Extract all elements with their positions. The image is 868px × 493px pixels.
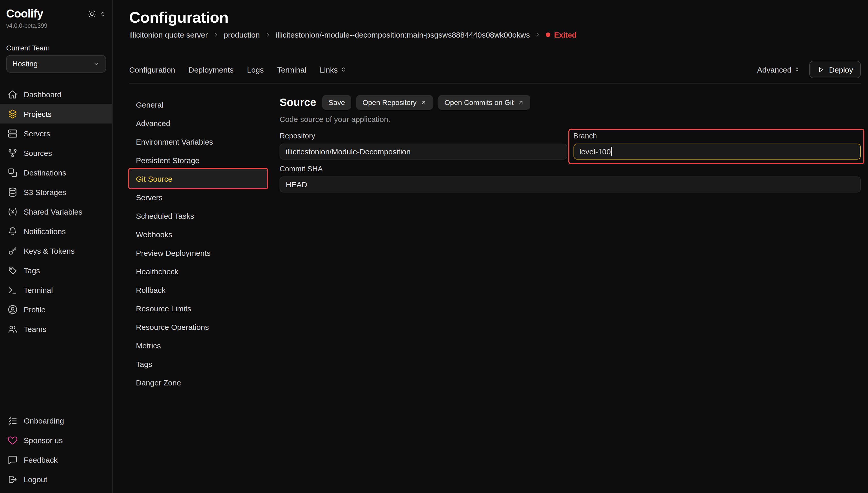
subnav-label: Danger Zone: [136, 378, 181, 387]
home-icon: [7, 89, 18, 100]
sidebar-item-s3-storages[interactable]: S3 Storages: [0, 182, 112, 202]
sidebar-item-label: Destinations: [24, 168, 66, 177]
sidebar-item-destinations[interactable]: Destinations: [0, 163, 112, 182]
sidebar-item-feedback[interactable]: Feedback: [0, 450, 112, 469]
sidebar-item-label: Shared Variables: [24, 207, 82, 216]
breadcrumb-application[interactable]: illicitestonion/-module--decomposition:m…: [276, 30, 530, 39]
subnav-item-preview-deployments[interactable]: Preview Deployments: [129, 243, 267, 262]
repository-field: Repository: [279, 132, 567, 159]
subnav-item-healthcheck[interactable]: Healthcheck: [129, 262, 267, 280]
subnav-item-environment-variables[interactable]: Environment Variables: [129, 132, 267, 151]
terminal-icon: [7, 284, 18, 295]
advanced-menu[interactable]: Advanced: [757, 65, 800, 74]
subnav-label: Git Source: [136, 174, 172, 183]
sidebar-item-logout[interactable]: Logout: [0, 469, 112, 489]
sidebar-item-label: Teams: [24, 324, 46, 333]
app-root: Coolify v4.0.0-beta.399 Current Team Hos…: [0, 0, 868, 493]
sidebar-item-label: Terminal: [24, 285, 53, 294]
sidebar-item-label: Feedback: [24, 455, 58, 464]
status-dot-icon: [546, 33, 550, 37]
sidebar-item-projects[interactable]: Projects: [0, 104, 112, 124]
breadcrumb-project[interactable]: illicitonion quote server: [129, 30, 208, 39]
subnav-item-servers[interactable]: Servers: [129, 188, 267, 206]
tab-terminal[interactable]: Terminal: [277, 65, 306, 74]
team-select[interactable]: Hosting: [6, 55, 106, 72]
sidebar-item-teams[interactable]: Teams: [0, 319, 112, 339]
repository-input[interactable]: [279, 144, 567, 159]
status-badge: Exited: [546, 30, 576, 39]
branch-label: Branch: [573, 132, 861, 140]
subnav-item-tags[interactable]: Tags: [129, 355, 267, 373]
sidebar-item-servers[interactable]: Servers: [0, 124, 112, 143]
tab-deployments[interactable]: Deployments: [188, 65, 233, 74]
breadcrumb-environment[interactable]: production: [224, 30, 260, 39]
commit-sha-label: Commit SHA: [279, 165, 861, 173]
subnav-item-git-source[interactable]: Git Source: [129, 169, 267, 188]
config-subnav: General Advanced Environment Variables P…: [129, 95, 267, 392]
sidebar-item-label: Tags: [24, 266, 40, 275]
section-description: Code source of your application.: [279, 115, 861, 124]
subnav-label: Environment Variables: [136, 137, 213, 146]
external-link-icon: [517, 99, 524, 106]
commit-sha-input[interactable]: [279, 176, 861, 192]
sidebar-item-sources[interactable]: Sources: [0, 143, 112, 163]
theme-selector-icon[interactable]: [99, 10, 106, 17]
branch-input[interactable]: level-100: [573, 144, 861, 159]
save-button[interactable]: Save: [322, 95, 351, 110]
sidebar-item-profile[interactable]: Profile: [0, 300, 112, 319]
sidebar-item-label: Servers: [24, 129, 50, 138]
source-header: Source Save Open Repository Open Commits…: [279, 95, 861, 110]
open-commits-button[interactable]: Open Commits on Git: [438, 95, 530, 110]
tab-logs[interactable]: Logs: [247, 65, 264, 74]
source-fields: Repository Branch level-100 Commit SHA: [279, 132, 861, 192]
sidebar-header: Coolify: [6, 7, 106, 21]
open-repository-button[interactable]: Open Repository: [356, 95, 433, 110]
users-icon: [7, 323, 18, 334]
subnav-item-persistent-storage[interactable]: Persistent Storage: [129, 151, 267, 169]
tab-links-label: Links: [320, 65, 338, 74]
subnav-item-metrics[interactable]: Metrics: [129, 336, 267, 355]
subnav-item-resource-limits[interactable]: Resource Limits: [129, 299, 267, 318]
sidebar-item-label: Profile: [24, 305, 46, 314]
selector-icon: [340, 66, 346, 72]
subnav-label: Resource Limits: [136, 304, 191, 313]
theme-sun-icon[interactable]: [87, 9, 96, 18]
subnav-label: Tags: [136, 360, 152, 368]
sidebar-item-notifications[interactable]: Notifications: [0, 221, 112, 241]
subnav-label: Scheduled Tasks: [136, 211, 194, 220]
database-icon: [7, 187, 18, 197]
sidebar-item-shared-variables[interactable]: Shared Variables: [0, 202, 112, 221]
subnav-item-advanced[interactable]: Advanced: [129, 114, 267, 132]
subnav-label: Persistent Storage: [136, 156, 199, 165]
configuration-content: General Advanced Environment Variables P…: [129, 95, 861, 392]
sidebar-item-dashboard[interactable]: Dashboard: [0, 84, 112, 104]
subnav-item-rollback[interactable]: Rollback: [129, 280, 267, 299]
layers-icon: [7, 108, 18, 119]
sidebar-item-tags[interactable]: Tags: [0, 260, 112, 280]
tab-bar: Configuration Deployments Logs Terminal …: [129, 61, 861, 84]
tab-links[interactable]: Links: [320, 65, 346, 74]
key-icon: [7, 245, 18, 256]
sidebar-nav: Dashboard Projects Servers Sources Desti…: [0, 84, 112, 339]
subnav-item-danger-zone[interactable]: Danger Zone: [129, 373, 267, 392]
chevron-right-icon: [212, 31, 219, 38]
app-version: v4.0.0-beta.399: [6, 23, 106, 29]
sidebar-item-label: Logout: [24, 475, 47, 484]
section-title: Source: [279, 96, 316, 109]
tab-configuration[interactable]: Configuration: [129, 65, 175, 74]
sidebar-item-keys-tokens[interactable]: Keys & Tokens: [0, 241, 112, 260]
sidebar-item-label: Notifications: [24, 227, 66, 235]
sidebar-footer-nav: Onboarding Sponsor us Feedback Logout: [0, 411, 112, 489]
subnav-item-general[interactable]: General: [129, 95, 267, 114]
subnav-item-scheduled-tasks[interactable]: Scheduled Tasks: [129, 206, 267, 225]
sidebar-item-terminal[interactable]: Terminal: [0, 280, 112, 300]
sidebar-item-onboarding[interactable]: Onboarding: [0, 411, 112, 430]
boxes-icon: [7, 167, 18, 178]
sidebar-item-label: Dashboard: [24, 90, 62, 99]
subnav-label: Rollback: [136, 285, 166, 294]
branch-field: Branch level-100: [573, 132, 861, 159]
sidebar-item-sponsor-us[interactable]: Sponsor us: [0, 430, 112, 450]
deploy-button[interactable]: Deploy: [809, 61, 861, 78]
subnav-item-resource-operations[interactable]: Resource Operations: [129, 318, 267, 336]
subnav-item-webhooks[interactable]: Webhooks: [129, 225, 267, 243]
